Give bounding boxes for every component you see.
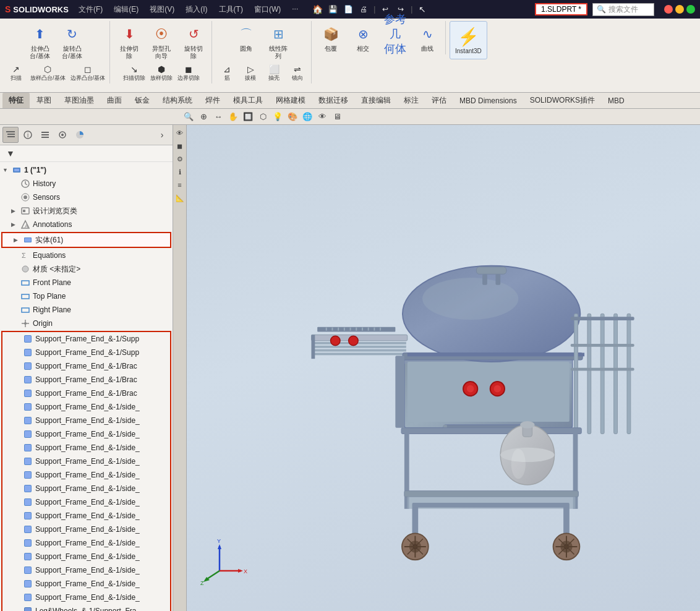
- menu-tools[interactable]: 工具(T): [214, 3, 248, 16]
- btn-boundary-boss[interactable]: ◻ 边界凸台/基体: [69, 63, 108, 83]
- view-manager-btn[interactable]: 👁: [174, 127, 186, 139]
- config-mgr-btn[interactable]: ≡: [174, 179, 186, 190]
- tab-evaluate[interactable]: 评估: [425, 93, 453, 108]
- tree-item-solid[interactable]: ▶ 实体(61): [2, 233, 170, 247]
- btn-shell[interactable]: ⬜抽壳: [263, 63, 285, 83]
- btn-mirror[interactable]: ⇌镜向: [286, 63, 309, 83]
- menu-edit[interactable]: 编辑(E): [109, 3, 143, 16]
- tree-item-material[interactable]: 材质 <未指定>: [0, 262, 173, 276]
- tab-mesh[interactable]: 网格建模: [270, 93, 312, 108]
- maximize-button[interactable]: [686, 5, 695, 14]
- component-item-4[interactable]: Support_Frame_End_&-1/Brac: [2, 387, 170, 400]
- scene-icon[interactable]: 🌐: [301, 110, 314, 124]
- display-pane-btn[interactable]: ◼: [174, 140, 186, 152]
- view-orient-icon[interactable]: 🔲: [241, 110, 255, 124]
- btn-extrude-boss[interactable]: ⬆ 拉伸凸台/基体: [25, 21, 56, 62]
- cursor-icon[interactable]: ↖: [416, 2, 429, 16]
- component-item-12[interactable]: Support_Frame_End_&-1/side_: [2, 495, 170, 509]
- search-box[interactable]: 🔍 搜索文件: [592, 3, 654, 16]
- btn-instant3d[interactable]: ⚡ Instant3D: [450, 21, 487, 59]
- tree-item-annotations[interactable]: ▶ A Annotations: [0, 218, 173, 231]
- btn-revolve-cut[interactable]: ↺ 旋转切除: [178, 21, 209, 62]
- feature-mgr-btn[interactable]: ⚙: [174, 153, 186, 164]
- btn-intersect[interactable]: ⊗ 相交: [348, 21, 378, 54]
- menu-insert[interactable]: 插入(I): [181, 3, 212, 16]
- component-item-10[interactable]: Support_Frame_End_&-1/side_: [2, 468, 170, 482]
- btn-revolve-boss[interactable]: ↻ 旋转凸台/基体: [57, 21, 88, 62]
- lp-config-btn[interactable]: [37, 127, 53, 143]
- lp-feature-tree-btn[interactable]: [2, 127, 19, 143]
- component-item-14[interactable]: Support_Frame_End_&-1/side_: [2, 523, 170, 536]
- component-item-19[interactable]: Support_Frame_End_&-1/side_: [2, 591, 170, 604]
- tab-sw-addins[interactable]: SOLIDWORKS插件: [524, 93, 601, 108]
- tree-item-right-plane[interactable]: Right Plane: [0, 303, 173, 317]
- tree-item-sensors[interactable]: Sensors: [0, 190, 173, 204]
- menu-view[interactable]: 视图(V): [145, 3, 179, 16]
- close-button[interactable]: [664, 5, 673, 14]
- btn-sweep[interactable]: ↗ 扫描: [5, 63, 27, 83]
- tab-annotations[interactable]: 标注: [398, 93, 425, 108]
- tab-direct-edit[interactable]: 直接编辑: [355, 93, 397, 108]
- btn-loft-cut[interactable]: ⬢ 放样切除: [148, 63, 174, 83]
- tree-item-origin[interactable]: Origin: [0, 317, 173, 330]
- btn-extrude-cut[interactable]: ⬇ 拉伸切除: [114, 21, 145, 62]
- btn-sweep-cut[interactable]: ↘ 扫描切除: [121, 63, 147, 83]
- tree-item-design-views[interactable]: ▶ 设计浏览页类: [0, 204, 173, 218]
- component-item-13[interactable]: Support_Frame_End_&-1/side_: [2, 509, 170, 523]
- tree-item-history[interactable]: History: [0, 177, 173, 190]
- appearance-icon[interactable]: 🎨: [286, 110, 299, 124]
- tree-root[interactable]: ▼ 1 ("1"): [0, 163, 173, 177]
- display-icon[interactable]: 🖥: [330, 110, 344, 124]
- btn-fillet[interactable]: ⌒ 圆角: [231, 21, 262, 62]
- tab-mbd-dim[interactable]: MBD Dimensions: [453, 94, 523, 108]
- component-item-18[interactable]: Support_Frame_End_&-1/side_: [2, 577, 170, 591]
- btn-hole-wizard[interactable]: ⦿ 异型孔向导: [146, 21, 177, 62]
- btn-boundary-cut[interactable]: ◼ 边界切除: [176, 63, 202, 83]
- btn-curves[interactable]: ∿ 曲线: [412, 21, 443, 54]
- save-icon[interactable]: 📄: [341, 2, 355, 16]
- new-icon[interactable]: 🏠: [310, 2, 324, 16]
- component-item-7[interactable]: Support_Frame_End_&-1/side_: [2, 427, 170, 441]
- tab-surface[interactable]: 曲面: [101, 93, 128, 108]
- btn-draft[interactable]: ▷拔模: [239, 63, 262, 83]
- component-item-11[interactable]: Support_Frame_End_&-1/side_: [2, 482, 170, 495]
- lp-target-btn[interactable]: [54, 127, 70, 143]
- btn-rib[interactable]: ⊿筋: [216, 63, 238, 83]
- view-3d-icon[interactable]: ⬡: [256, 110, 270, 124]
- lighting-icon[interactable]: 💡: [271, 110, 284, 124]
- tree-item-front-plane[interactable]: Front Plane: [0, 276, 173, 289]
- property-mgr-btn[interactable]: ℹ: [174, 166, 186, 177]
- tab-weldment[interactable]: 焊件: [199, 93, 226, 108]
- pan-icon[interactable]: ✋: [226, 110, 240, 124]
- tab-sketch[interactable]: 草图: [30, 93, 58, 108]
- tab-mold[interactable]: 模具工具: [227, 93, 269, 108]
- btn-wrap[interactable]: 📦 包覆: [315, 21, 346, 54]
- tab-sheet-metal[interactable]: 钣金: [129, 93, 156, 108]
- tree-item-equations[interactable]: Σ Equations: [0, 249, 173, 262]
- component-item-8[interactable]: Support_Frame_End_&-1/side_: [2, 441, 170, 455]
- zoom-icon[interactable]: 🔍: [182, 110, 195, 124]
- component-item-9[interactable]: Support_Frame_End_&-1/side_: [2, 455, 170, 468]
- btn-ref-geometry[interactable]: 参考几何体: [380, 21, 411, 54]
- component-item-5[interactable]: Support_Frame_End_&-1/side_: [2, 400, 170, 414]
- component-item-3[interactable]: Support_Frame_End_&-1/Brac: [2, 373, 170, 387]
- tree-area[interactable]: ▼ 1 ("1") History Sensors: [0, 162, 173, 611]
- component-item-20[interactable]: Leg&Wheels_&-1/Support_Fra: [2, 604, 170, 611]
- btn-loft[interactable]: ⬡ 放样凸台/基体: [28, 63, 67, 83]
- minimize-button[interactable]: [675, 5, 684, 14]
- tab-sketch-ink[interactable]: 草图油墨: [58, 93, 100, 108]
- component-item-6[interactable]: Support_Frame_End_&-1/side_: [2, 414, 170, 427]
- component-item-0[interactable]: Support_Frame_End_&-1/Supp: [2, 332, 170, 346]
- component-item-17[interactable]: Support_Frame_End_&-1/side_: [2, 563, 170, 577]
- menu-file[interactable]: 文件(F): [74, 3, 108, 16]
- component-item-1[interactable]: Support_Frame_End_&-1/Supp: [2, 346, 170, 359]
- tab-mbd[interactable]: MBD: [602, 94, 631, 108]
- btn-linear-pattern[interactable]: ⊞ 线性阵列: [263, 21, 294, 62]
- tab-structure[interactable]: 结构系统: [156, 93, 198, 108]
- component-item-2[interactable]: Support_Frame_End_&-1/Brac: [2, 359, 170, 373]
- menu-more[interactable]: ···: [287, 3, 303, 16]
- open-icon[interactable]: 💾: [326, 2, 339, 16]
- tab-features[interactable]: 特征: [2, 93, 30, 108]
- lp-properties-btn[interactable]: i: [20, 127, 36, 143]
- dxf-btn[interactable]: 📐: [174, 192, 186, 203]
